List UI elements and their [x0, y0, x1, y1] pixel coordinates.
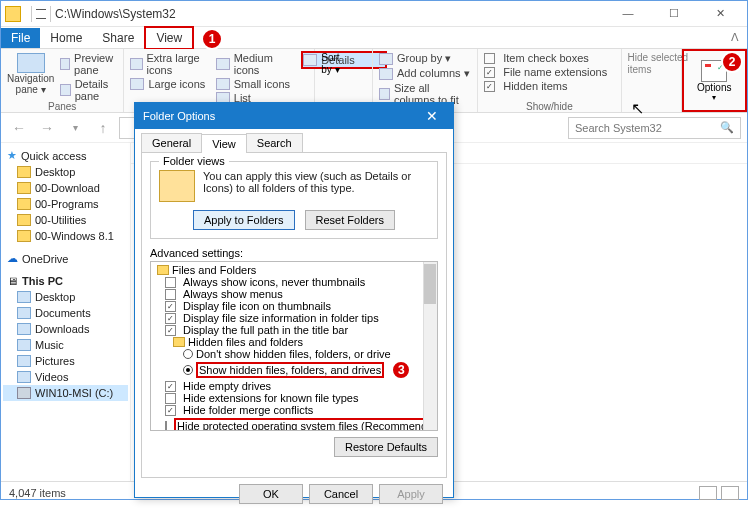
scrollbar[interactable] — [423, 262, 437, 430]
adv-file-icon-thumb[interactable]: Display file icon on thumbnails — [155, 300, 423, 312]
cancel-button[interactable]: Cancel — [309, 484, 373, 504]
apply-to-folders-button[interactable]: Apply to Folders — [193, 210, 294, 230]
navigation-pane-button[interactable]: Navigation pane ▾ — [7, 53, 54, 103]
details-pane-button[interactable]: Details pane — [60, 77, 117, 103]
tab-search[interactable]: Search — [246, 133, 303, 152]
folder-icon — [5, 6, 21, 22]
titlebar: C:\Windows\System32 — ☐ ✕ — [1, 1, 747, 27]
search-icon: 🔍 — [720, 121, 734, 134]
view-extra-large[interactable]: Extra large icons — [130, 51, 215, 77]
tree-drive-c[interactable]: WIN10-MSI (C:) — [3, 385, 128, 401]
menubar: File Home Share View 1 ᐱ — [1, 27, 747, 49]
tree-item[interactable]: 00-Programs — [3, 196, 128, 212]
item-checkboxes-toggle[interactable]: Item check boxes — [484, 51, 614, 65]
adv-always-icons[interactable]: Always show icons, never thumbnails — [155, 276, 423, 288]
tree-item[interactable]: 00-Utilities — [3, 212, 128, 228]
adv-full-path-title[interactable]: Display the full path in the title bar — [155, 324, 423, 336]
dialog-titlebar[interactable]: Folder Options ✕ — [135, 103, 453, 129]
view-details-icon[interactable] — [699, 486, 717, 500]
item-count: 4,047 items — [9, 487, 66, 499]
adv-file-size-tips[interactable]: Display file size information in folder … — [155, 312, 423, 324]
apply-button[interactable]: Apply — [379, 484, 443, 504]
menu-home[interactable]: Home — [40, 28, 92, 48]
recent-button[interactable]: ▾ — [63, 116, 87, 140]
menu-view[interactable]: View — [144, 26, 194, 50]
tree-item[interactable]: Music — [3, 337, 128, 353]
tree-this-pc[interactable]: 🖥This PC — [3, 273, 128, 289]
tree-item[interactable]: 00-Download — [3, 180, 128, 196]
nav-tree[interactable]: ★Quick access Desktop00-Download00-Progr… — [1, 143, 131, 481]
folder-options-dialog: Folder Options ✕ General View Search Fol… — [134, 102, 454, 498]
tree-item[interactable]: 00-Windows 8.1 — [3, 228, 128, 244]
tree-item[interactable]: Desktop — [3, 164, 128, 180]
tree-item[interactable]: Downloads — [3, 321, 128, 337]
menu-file[interactable]: File — [1, 28, 40, 48]
view-medium[interactable]: Medium icons — [216, 51, 301, 77]
callout-2: 2 — [721, 51, 743, 73]
back-button[interactable]: ← — [7, 116, 31, 140]
minimize-button[interactable]: — — [611, 7, 645, 20]
adv-always-menus[interactable]: Always show menus — [155, 288, 423, 300]
view-large[interactable]: Large icons — [130, 77, 215, 91]
forward-button[interactable]: → — [35, 116, 59, 140]
folder-views-group-label: Folder views — [159, 155, 229, 167]
preview-pane-button[interactable]: Preview pane — [60, 51, 117, 77]
sort-by-button[interactable]: Sort by ▾ — [321, 51, 366, 75]
adv-show-hidden[interactable]: Show hidden files, folders, and drives3 — [155, 360, 423, 380]
hide-selected-button[interactable]: Hide selected items — [628, 51, 675, 75]
hidden-items-toggle[interactable]: Hidden items — [484, 79, 614, 93]
folder-views-icon — [159, 170, 195, 202]
up-button[interactable]: ↑ — [91, 116, 115, 140]
adv-hide-protected-os[interactable]: Hide protected operating system files (R… — [155, 416, 423, 431]
adv-hide-merge-conflicts[interactable]: Hide folder merge conflicts — [155, 404, 423, 416]
folder-views-text: You can apply this view (such as Details… — [203, 170, 429, 202]
tree-item[interactable]: Videos — [3, 369, 128, 385]
reset-folders-button[interactable]: Reset Folders — [305, 210, 395, 230]
advanced-settings-tree[interactable]: Files and Folders Always show icons, nev… — [150, 261, 438, 431]
view-small[interactable]: Small icons — [216, 77, 301, 91]
advanced-settings-label: Advanced settings: — [150, 247, 438, 259]
close-button[interactable]: ✕ — [703, 7, 737, 20]
window-title: C:\Windows\System32 — [55, 7, 611, 21]
dialog-close-button[interactable]: ✕ — [419, 108, 445, 124]
search-input[interactable]: Search System32🔍 — [568, 117, 741, 139]
callout-1: 1 — [201, 28, 223, 50]
adv-hidden-group: Hidden files and folders — [155, 336, 423, 348]
ok-button[interactable]: OK — [239, 484, 303, 504]
callout-3: 3 — [391, 360, 411, 380]
file-ext-toggle[interactable]: File name extensions — [484, 65, 614, 79]
adv-hide-extensions[interactable]: Hide extensions for known file types — [155, 392, 423, 404]
tab-general[interactable]: General — [141, 133, 202, 152]
adv-root: Files and Folders — [155, 264, 423, 276]
tree-onedrive[interactable]: ☁OneDrive — [3, 250, 128, 267]
qat-icon[interactable] — [36, 9, 46, 19]
adv-hide-empty-drives[interactable]: Hide empty drives — [155, 380, 423, 392]
tree-item[interactable]: Pictures — [3, 353, 128, 369]
tree-item[interactable]: Documents — [3, 305, 128, 321]
tree-item[interactable]: Desktop — [3, 289, 128, 305]
ribbon-collapse-icon[interactable]: ᐱ — [731, 31, 747, 44]
adv-dont-show-hidden[interactable]: Don't show hidden files, folders, or dri… — [155, 348, 423, 360]
view-thumbs-icon[interactable] — [721, 486, 739, 500]
group-by-button[interactable]: Group by ▾ — [379, 51, 471, 66]
restore-defaults-button[interactable]: Restore Defaults — [334, 437, 438, 457]
cursor-icon: ↖ — [631, 99, 644, 118]
tab-view[interactable]: View — [201, 134, 247, 153]
menu-share[interactable]: Share — [92, 28, 144, 48]
tree-quick-access[interactable]: ★Quick access — [3, 147, 128, 164]
add-columns-button[interactable]: Add columns ▾ — [379, 66, 471, 81]
maximize-button[interactable]: ☐ — [657, 7, 691, 20]
